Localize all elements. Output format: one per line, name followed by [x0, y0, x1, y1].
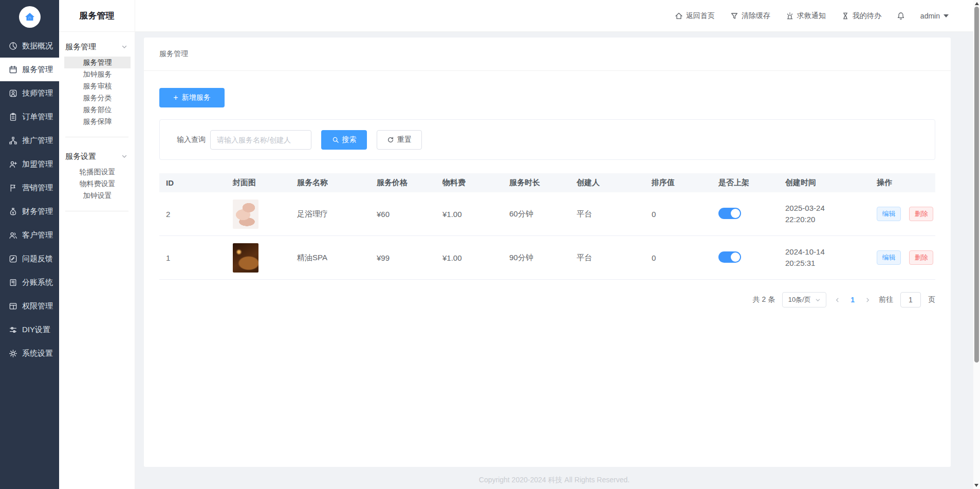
sidebar-item-technician-mgmt[interactable]: 技师管理	[0, 81, 59, 105]
home-logo-icon	[19, 6, 41, 28]
cell-creator: 平台	[570, 209, 645, 219]
submenu-item-material-fee-settings[interactable]: 物料费设置	[64, 178, 131, 190]
cell-created-at: 2024-10-14 20:25:31	[779, 246, 870, 269]
goto-page-input[interactable]	[900, 292, 921, 307]
submenu-title: 服务管理	[59, 0, 135, 32]
goto-label: 前往	[879, 295, 893, 304]
prev-page-button[interactable]	[834, 297, 841, 303]
sidebar-item-diy-settings[interactable]: DIY设置	[0, 318, 59, 341]
pagination: 共 2 条 10条/页 1 前往 页	[159, 292, 935, 307]
delete-button[interactable]: 删除	[909, 250, 933, 265]
edit-button[interactable]: 编辑	[877, 250, 901, 265]
chevron-down-icon	[121, 153, 127, 159]
ledger-icon	[9, 278, 17, 287]
scroll-up-arrow-icon[interactable]	[975, 2, 979, 5]
submenu-item-banner-settings[interactable]: 轮播图设置	[64, 166, 131, 178]
chevron-left-icon	[835, 297, 840, 303]
created-time: 22:20:20	[785, 214, 870, 225]
created-date: 2025-03-24	[785, 203, 870, 214]
sidebar-item-marketing-mgmt[interactable]: 营销管理	[0, 176, 59, 200]
technician-icon	[9, 89, 17, 98]
submenu-item-service-category[interactable]: 服务分类	[64, 92, 131, 104]
delete-button[interactable]: 删除	[909, 207, 933, 221]
user-menu[interactable]: admin	[920, 12, 949, 20]
sidebar-item-feedback[interactable]: 问题反馈	[0, 247, 59, 270]
sidebar-item-permission-mgmt[interactable]: 权限管理	[0, 294, 59, 318]
hourglass-icon	[841, 12, 849, 20]
chevron-down-icon	[815, 297, 821, 303]
secondary-sidebar: 服务管理 服务管理 服务管理 加钟服务 服务审核 服务分类 服务部位 服务保障 …	[59, 0, 135, 489]
vertical-scrollbar[interactable]	[973, 0, 980, 489]
notification-bell-icon[interactable]	[897, 12, 905, 20]
search-button[interactable]: 搜索	[321, 130, 367, 150]
sidebar-item-franchise-mgmt[interactable]: 加盟管理	[0, 152, 59, 176]
app-logo[interactable]	[0, 0, 59, 34]
page-size-value: 10条/页	[788, 295, 811, 304]
breadcrumb-current: 服务管理	[159, 49, 188, 59]
sidebar-item-label: 推广管理	[22, 136, 53, 146]
top-link-label: 返回首页	[686, 11, 715, 21]
page-number-1[interactable]: 1	[848, 296, 857, 304]
cell-created-at: 2025-03-24 22:20:20	[779, 203, 870, 225]
sidebar-item-customer-mgmt[interactable]: 客户管理	[0, 223, 59, 247]
submenu-item-service-review[interactable]: 服务审核	[64, 80, 131, 92]
marketing-flag-icon	[9, 184, 17, 192]
created-date: 2024-10-14	[785, 246, 870, 258]
clear-cache-link[interactable]: 清除缓存	[730, 11, 770, 21]
pie-chart-icon	[9, 42, 17, 50]
sidebar-item-split-account[interactable]: 分账系统	[0, 270, 59, 294]
table-row: 1 精油SPA ¥99 ¥1.00 90分钟 平台 0 2024-10-14 2…	[159, 236, 935, 280]
col-material-fee: 物料费	[436, 178, 503, 188]
submenu-divider	[65, 211, 128, 211]
calendar-icon	[9, 65, 17, 74]
cell-name: 足浴理疗	[290, 209, 370, 219]
next-page-button[interactable]	[864, 297, 872, 303]
scrollbar-thumb[interactable]	[974, 7, 979, 363]
submenu-group-service-mgmt[interactable]: 服务管理	[59, 37, 135, 57]
pagination-total: 共 2 条	[753, 295, 775, 304]
back-home-link[interactable]: 返回首页	[675, 11, 715, 21]
scroll-down-arrow-icon[interactable]	[974, 484, 978, 487]
sidebar-item-service-mgmt[interactable]: 服务管理	[0, 58, 59, 81]
search-input[interactable]	[210, 130, 311, 150]
submenu-item-extra-settings[interactable]: 加钟设置	[64, 190, 131, 202]
sos-notice-link[interactable]: 求救通知	[786, 11, 826, 21]
my-todo-link[interactable]: 我的待办	[841, 11, 881, 21]
sidebar-item-data-overview[interactable]: 数据概况	[0, 34, 59, 58]
sidebar-item-label: 客户管理	[22, 230, 53, 240]
primary-sidebar: 数据概况 服务管理 技师管理 订单管理 推广管理 加盟管理 营销管理 财务管理 …	[0, 0, 59, 489]
submenu-group-label: 服务管理	[65, 42, 96, 52]
submenu-item-extra-service[interactable]: 加钟服务	[64, 68, 131, 80]
breadcrumb: 服务管理	[144, 38, 951, 71]
content-card: 服务管理 + 新增服务 输入查询 搜索 重置	[144, 38, 951, 467]
sidebar-item-order-mgmt[interactable]: 订单管理	[0, 105, 59, 129]
cell-price: ¥60	[370, 210, 436, 219]
cell-duration: 60分钟	[503, 209, 570, 219]
sidebar-item-finance-mgmt[interactable]: 财务管理	[0, 200, 59, 223]
on-shelf-toggle[interactable]	[718, 251, 741, 263]
submenu-group-service-settings[interactable]: 服务设置	[59, 147, 135, 166]
top-link-label: 清除缓存	[742, 11, 770, 21]
users-icon	[9, 231, 17, 240]
edit-button[interactable]: 编辑	[877, 207, 901, 221]
add-service-button[interactable]: + 新增服务	[159, 88, 225, 107]
col-duration: 服务时长	[503, 178, 570, 188]
submenu-item-service-mgmt[interactable]: 服务管理	[64, 57, 131, 68]
cell-creator: 平台	[570, 253, 645, 263]
cell-price: ¥99	[370, 253, 436, 262]
col-creator: 创建人	[570, 178, 645, 188]
on-shelf-toggle[interactable]	[718, 208, 741, 219]
sidebar-item-system-settings[interactable]: 系统设置	[0, 341, 59, 365]
search-field-label: 输入查询	[177, 135, 206, 144]
col-name: 服务名称	[290, 178, 370, 188]
copyright-footer: Copyright 2020-2024 科技 All Rights Reserv…	[135, 476, 973, 485]
sidebar-item-promotion-mgmt[interactable]: 推广管理	[0, 129, 59, 152]
filter-icon	[730, 12, 738, 20]
chevron-right-icon	[865, 297, 871, 303]
submenu-item-service-guarantee[interactable]: 服务保障	[64, 116, 131, 128]
cell-sort: 0	[645, 253, 712, 262]
reset-button[interactable]: 重置	[377, 130, 422, 150]
page-size-select[interactable]: 10条/页	[782, 292, 826, 307]
submenu-item-service-part[interactable]: 服务部位	[64, 104, 131, 116]
cell-id: 1	[159, 253, 226, 262]
